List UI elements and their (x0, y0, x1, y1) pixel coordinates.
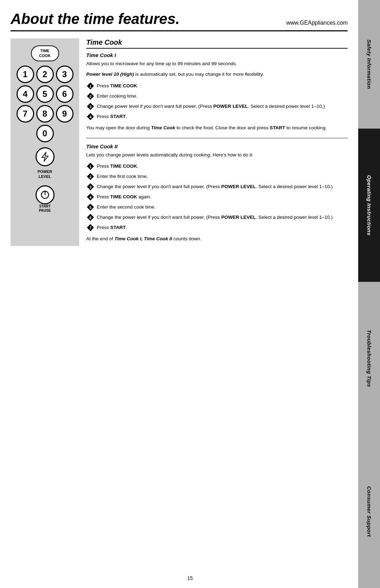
tc2-step-num-3-icon: 3 (86, 182, 95, 191)
note-bold2: START (270, 125, 285, 130)
desc2-bold: Power level 10 (High) (86, 72, 134, 77)
tc2-step-6: 6 Change the power level if you don't wa… (86, 213, 348, 222)
content-row: TIMECOOK 1 2 3 4 5 6 7 8 9 (11, 38, 348, 246)
tc2-step-6-bold: POWER LEVEL (221, 215, 256, 220)
tc2-step-3-text: Change the power level if you don't want… (97, 182, 332, 190)
num-6-button[interactable]: 6 (56, 85, 74, 103)
svg-text:1: 1 (89, 165, 91, 169)
tc2-step-num-1-icon: 1 (86, 162, 95, 171)
page-title: About the time features. (11, 11, 180, 27)
tc2-step-2-text: Enter the first cook time. (97, 172, 148, 180)
power-level-label: POWERLEVEL (33, 169, 57, 179)
tc2-step-2: 2 Enter the first cook time. (86, 172, 348, 181)
tc2-step-1-bold: TIME COOK (110, 163, 137, 169)
tc2-step-1-text: Press TIME COOK. (97, 162, 139, 170)
time-cook-button[interactable]: TIMECOOK (31, 45, 59, 61)
tc2-step-3-bold: POWER LEVEL (221, 184, 256, 189)
num-8-button[interactable]: 8 (36, 105, 54, 123)
time-cook-1-title: Time Cook I (86, 52, 348, 58)
right-tabs: Safety Information Operating Instruction… (358, 0, 380, 588)
tc2-step-3: 3 Change the power level if you don't wa… (86, 182, 348, 191)
svg-text:4: 4 (89, 195, 92, 199)
step-2: 2 Enter cooking time. (86, 92, 348, 100)
page-url: www.GEAppliances.com (286, 20, 348, 26)
svg-text:5: 5 (89, 205, 91, 210)
time-cook-2-title: Time Cook II (86, 143, 348, 149)
step-num-3-icon: 3 (86, 102, 95, 111)
svg-text:3: 3 (89, 185, 91, 189)
step-num-2-icon: 2 (86, 92, 95, 100)
step-4-text: Press START. (97, 112, 127, 120)
num-row-1: 1 2 3 (17, 66, 74, 83)
time-cook-1-note: You may open the door during Time Cook t… (86, 124, 348, 131)
num-row-2: 4 5 6 (17, 85, 74, 103)
step-4-bold: START (110, 114, 126, 119)
tc2-step-4: 4 Press TIME COOK again. (86, 193, 348, 201)
num-7-button[interactable]: 7 (17, 105, 34, 123)
svg-text:1: 1 (89, 84, 91, 88)
tc2-step-num-5-icon: 5 (86, 203, 95, 211)
start-pause-label: STARTPAUSE (39, 204, 51, 213)
svg-text:4: 4 (89, 114, 92, 119)
num-row-4: 0 (17, 125, 74, 142)
page-header: About the time features. www.GEAppliance… (11, 11, 348, 31)
number-grid: 1 2 3 4 5 6 7 8 9 0 (17, 66, 74, 142)
footer-bold: Time Cook I, Time Cook II (114, 236, 172, 241)
tab-troubleshooting[interactable]: Troubleshooting Tips (358, 282, 380, 435)
lightning-icon-button[interactable] (36, 147, 55, 166)
step-num-1-icon: 1 (86, 82, 95, 90)
num-2-button[interactable]: 2 (36, 66, 54, 83)
tc2-step-5-text: Enter the second cook time. (97, 203, 156, 211)
svg-text:2: 2 (89, 175, 91, 179)
keypad-panel: TIMECOOK 1 2 3 4 5 6 7 8 9 (11, 38, 79, 246)
tc2-step-6-text: Change the power level if you don't want… (97, 213, 332, 221)
tc2-step-7: 7 Press START. (86, 223, 348, 232)
tc2-step-num-6-icon: 6 (86, 213, 95, 222)
main-content: About the time features. www.GEAppliance… (0, 0, 358, 256)
svg-text:2: 2 (89, 94, 91, 98)
svg-marker-0 (42, 152, 48, 161)
step-2-text: Enter cooking time. (97, 92, 138, 100)
desc2-suffix: is automatically set, but you may change… (134, 72, 264, 77)
svg-text:7: 7 (89, 226, 91, 230)
time-cook-1-desc1: Allows you to microwave for any time up … (86, 60, 348, 67)
tc2-step-num-7-icon: 7 (86, 223, 95, 232)
svg-text:6: 6 (89, 216, 91, 220)
separator (86, 138, 348, 138)
tc2-step-4-text: Press TIME COOK again. (97, 193, 151, 200)
num-4-button[interactable]: 4 (17, 85, 34, 103)
num-1-button[interactable]: 1 (17, 66, 34, 83)
step-4: 4 Press START. (86, 112, 348, 121)
step-3: 3 Change power level if you don't want f… (86, 102, 348, 111)
step-1-bold: TIME COOK (110, 83, 137, 88)
tab-safety[interactable]: Safety Information (358, 0, 380, 129)
step-num-4-icon: 4 (86, 112, 95, 121)
tab-operating[interactable]: Operating Instructions (358, 129, 380, 282)
time-cook-1-steps: 1 Press TIME COOK. 2 Enter cooking time. (86, 82, 348, 121)
num-0-button[interactable]: 0 (36, 125, 54, 142)
num-9-button[interactable]: 9 (56, 105, 74, 123)
start-pause-button[interactable] (36, 185, 55, 204)
time-cook-2-desc: Lets you change power levels automatical… (86, 151, 348, 159)
note-bold1: Time Cook (151, 125, 175, 130)
step-1-text: Press TIME COOK. (97, 82, 139, 89)
step-3-text: Change power level if you don't want ful… (97, 102, 325, 110)
step-3-bold: POWER LEVEL (213, 104, 248, 109)
tc2-step-7-bold: START (110, 225, 126, 230)
tc2-step-num-4-icon: 4 (86, 193, 95, 201)
tc2-step-num-2-icon: 2 (86, 172, 95, 181)
tc2-step-7-text: Press START. (97, 223, 127, 231)
step-1: 1 Press TIME COOK. (86, 82, 348, 90)
tc2-step-1: 1 Press TIME COOK. (86, 162, 348, 171)
tc2-step-4-bold: TIME COOK (110, 194, 137, 199)
time-cook-1-desc2: Power level 10 (High) is automatically s… (86, 71, 348, 78)
tc2-step-5: 5 Enter the second cook time. (86, 203, 348, 211)
time-cook-section-title: Time Cook (86, 38, 348, 49)
num-row-3: 7 8 9 (17, 105, 74, 123)
num-5-button[interactable]: 5 (36, 85, 54, 103)
num-3-button[interactable]: 3 (56, 66, 74, 83)
svg-text:3: 3 (89, 104, 91, 109)
page-number: 15 (187, 575, 193, 581)
time-cook-footer: At the end of Time Cook I, Time Cook II … (86, 235, 348, 242)
tab-consumer[interactable]: Consumer Support (358, 435, 380, 588)
